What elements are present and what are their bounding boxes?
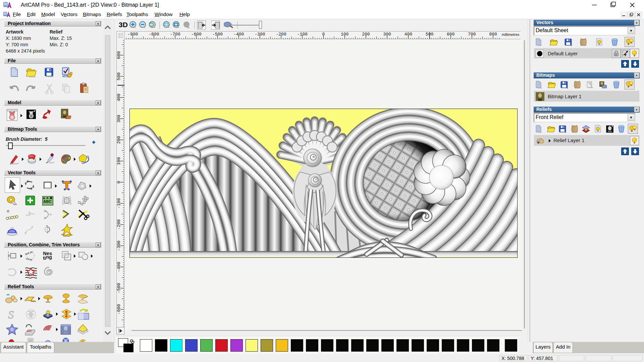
svg-text:500: 500 [117, 72, 121, 80]
svg-text:-400: -400 [117, 262, 121, 272]
svg-text:200: 200 [117, 136, 121, 144]
svg-text:600: 600 [117, 51, 121, 59]
svg-text:800: 800 [489, 32, 497, 37]
svg-text:400: 400 [117, 94, 121, 101]
svg-text:0: 0 [322, 32, 325, 37]
svg-text:-800: -800 [149, 32, 159, 37]
svg-text:-600: -600 [117, 304, 121, 314]
svg-text:-100: -100 [297, 32, 308, 37]
svg-text:-500: -500 [117, 283, 121, 293]
svg-text:-700: -700 [170, 32, 180, 37]
svg-text:-100: -100 [117, 198, 121, 208]
svg-text:-200: -200 [117, 219, 121, 230]
svg-text:-200: -200 [276, 32, 286, 37]
svg-text:-300: -300 [255, 32, 265, 37]
svg-text:-300: -300 [117, 241, 121, 251]
svg-text:millimetres: millimetres [502, 33, 520, 37]
svg-text:-900: -900 [127, 32, 138, 37]
svg-text:-500: -500 [212, 32, 223, 37]
svg-text:300: 300 [383, 32, 391, 37]
svg-text:400: 400 [405, 32, 412, 37]
svg-text:300: 300 [117, 115, 121, 122]
svg-text:200: 200 [362, 32, 370, 37]
svg-text:-400: -400 [233, 32, 244, 37]
svg-text:100: 100 [341, 32, 348, 37]
svg-text:100: 100 [117, 157, 121, 165]
svg-text:-600: -600 [191, 32, 202, 37]
svg-text:600: 600 [447, 32, 454, 37]
svg-text:0: 0 [117, 181, 121, 184]
svg-text:700: 700 [468, 32, 476, 37]
